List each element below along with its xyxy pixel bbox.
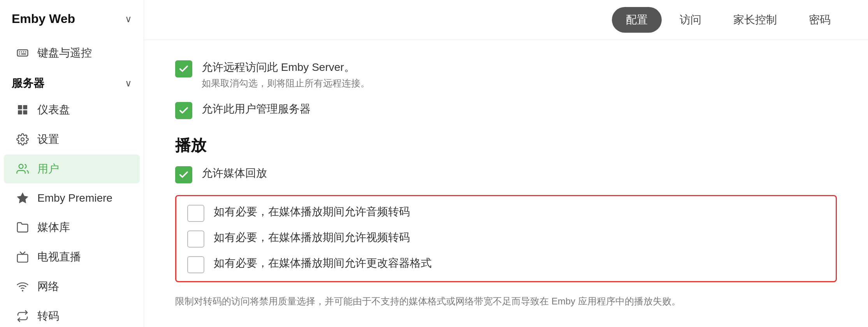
sidebar-item-transcode[interactable]: 转码 bbox=[4, 302, 140, 327]
remote-access-checkbox[interactable] bbox=[175, 60, 192, 77]
sidebar-item-label-users: 用户 bbox=[37, 162, 59, 176]
tab-config[interactable]: 配置 bbox=[612, 7, 662, 33]
sidebar-item-media-library[interactable]: 媒体库 bbox=[4, 213, 140, 242]
manage-server-label: 允许此用户管理服务器 bbox=[202, 101, 311, 116]
sidebar-item-label-settings: 设置 bbox=[37, 132, 59, 147]
content-area: 允许远程访问此 Emby Server。 如果取消勾选，则将阻止所有远程连接。 … bbox=[144, 40, 868, 327]
svg-rect-14 bbox=[18, 254, 28, 262]
manage-server-checkbox[interactable] bbox=[175, 102, 192, 119]
sidebar-item-label-dashboard: 仪表盘 bbox=[37, 102, 70, 117]
sidebar-item-keyboard[interactable]: 键盘与遥控 bbox=[4, 39, 140, 67]
tv-icon bbox=[16, 250, 30, 264]
video-transcode-unchecked[interactable] bbox=[187, 230, 204, 248]
sidebar-item-label-premiere: Emby Premiere bbox=[37, 192, 112, 204]
audio-transcode-checkbox[interactable] bbox=[187, 205, 204, 222]
svg-rect-8 bbox=[23, 105, 27, 109]
remote-access-label: 允许远程访问此 Emby Server。 bbox=[202, 60, 370, 75]
svg-rect-0 bbox=[18, 50, 28, 56]
star-icon bbox=[16, 191, 30, 205]
svg-marker-13 bbox=[18, 193, 28, 203]
container-format-checkbox[interactable] bbox=[187, 256, 204, 273]
sidebar-server-label: 服务器 bbox=[12, 76, 44, 91]
sidebar-item-label-tv: 电视直播 bbox=[37, 250, 81, 264]
sidebar-item-network[interactable]: 网络 bbox=[4, 272, 140, 301]
container-format-label: 如有必要，在媒体播放期间允许更改容器格式 bbox=[214, 255, 432, 271]
sidebar-server-section: 服务器 ∨ bbox=[0, 68, 144, 95]
sidebar-item-users[interactable]: 用户 bbox=[4, 155, 140, 183]
svg-point-12 bbox=[19, 164, 23, 169]
playback-heading: 播放 bbox=[175, 135, 837, 156]
sidebar-item-label-network: 网络 bbox=[37, 279, 59, 294]
sidebar-logo-text: Emby Web bbox=[12, 12, 75, 26]
video-transcode-label: 如有必要，在媒体播放期间允许视频转码 bbox=[214, 230, 410, 245]
keyboard-icon bbox=[16, 46, 30, 60]
remote-access-checked[interactable] bbox=[175, 60, 192, 77]
audio-transcode-row: 如有必要，在媒体播放期间允许音频转码 bbox=[187, 204, 825, 222]
transcode-icon bbox=[16, 309, 30, 323]
allow-media-checked[interactable] bbox=[175, 166, 192, 183]
tab-access[interactable]: 访问 bbox=[666, 7, 715, 33]
container-format-row: 如有必要，在媒体播放期间允许更改容器格式 bbox=[187, 255, 825, 273]
folder-icon bbox=[16, 220, 30, 234]
dashboard-icon bbox=[16, 103, 30, 117]
sidebar-item-dashboard[interactable]: 仪表盘 bbox=[4, 95, 140, 124]
tab-parental[interactable]: 家长控制 bbox=[719, 7, 791, 33]
main-area: 配置 访问 家长控制 密码 允许远程访问此 Emby Server。 如果取消勾… bbox=[144, 0, 868, 327]
remote-access-label-wrap: 允许远程访问此 Emby Server。 如果取消勾选，则将阻止所有远程连接。 bbox=[202, 60, 370, 90]
sidebar: Emby Web ∨ 键盘与遥控 服务器 ∨ bbox=[0, 0, 144, 327]
manage-server-row: 允许此用户管理服务器 bbox=[175, 101, 837, 119]
video-transcode-row: 如有必要，在媒体播放期间允许视频转码 bbox=[187, 230, 825, 248]
video-transcode-checkbox[interactable] bbox=[187, 230, 204, 248]
svg-rect-7 bbox=[18, 105, 22, 109]
manage-server-checked[interactable] bbox=[175, 102, 192, 119]
sidebar-item-label-media-library: 媒体库 bbox=[37, 220, 70, 235]
settings-icon bbox=[16, 132, 30, 146]
top-tabs: 配置 访问 家长控制 密码 bbox=[144, 0, 868, 40]
allow-media-label: 允许媒体回放 bbox=[202, 165, 267, 181]
audio-transcode-unchecked[interactable] bbox=[187, 205, 204, 222]
svg-rect-10 bbox=[23, 110, 27, 114]
footer-note: 限制对转码的访问将禁用质量选择，并可能由于不支持的媒体格式或网络带宽不足而导致在… bbox=[175, 294, 837, 309]
remote-access-sublabel: 如果取消勾选，则将阻止所有远程连接。 bbox=[202, 77, 370, 90]
container-format-unchecked[interactable] bbox=[187, 256, 204, 273]
sidebar-item-tv[interactable]: 电视直播 bbox=[4, 243, 140, 271]
svg-rect-9 bbox=[18, 110, 22, 114]
svg-point-11 bbox=[21, 138, 24, 141]
sidebar-logo: Emby Web ∨ bbox=[0, 8, 144, 38]
sidebar-item-premiere[interactable]: Emby Premiere bbox=[4, 184, 140, 212]
tab-password[interactable]: 密码 bbox=[795, 7, 845, 33]
sidebar-item-settings[interactable]: 设置 bbox=[4, 125, 140, 154]
users-icon bbox=[16, 162, 30, 176]
remote-access-row: 允许远程访问此 Emby Server。 如果取消勾选，则将阻止所有远程连接。 bbox=[175, 60, 837, 90]
sidebar-logo-chevron: ∨ bbox=[125, 14, 132, 25]
sidebar-server-chevron: ∨ bbox=[125, 78, 132, 89]
allow-media-row: 允许媒体回放 bbox=[175, 165, 837, 183]
audio-transcode-label: 如有必要，在媒体播放期间允许音频转码 bbox=[214, 204, 410, 219]
sidebar-item-label-transcode: 转码 bbox=[37, 309, 59, 323]
sidebar-item-label-keyboard: 键盘与遥控 bbox=[37, 46, 92, 60]
allow-media-checkbox[interactable] bbox=[175, 166, 192, 183]
network-icon bbox=[16, 280, 30, 294]
transcode-options-box: 如有必要，在媒体播放期间允许音频转码 如有必要，在媒体播放期间允许视频转码 如有… bbox=[175, 195, 837, 282]
